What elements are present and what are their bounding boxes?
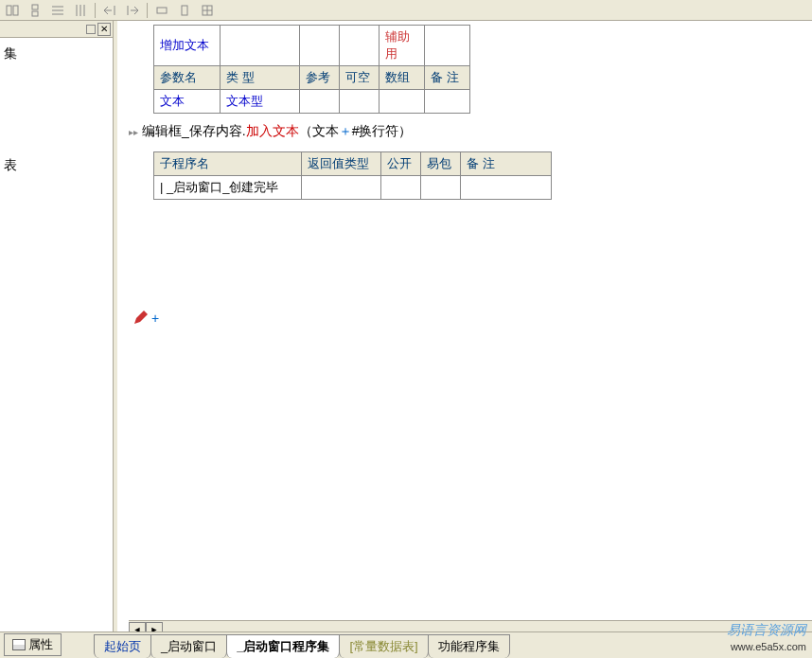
table-header: 类 型 <box>221 66 300 90</box>
code-text: #换行符） <box>352 123 413 140</box>
left-panel-text-2: 表 <box>4 157 109 174</box>
toolbar <box>0 0 812 21</box>
table-cell[interactable]: 辅助用 <box>380 26 425 66</box>
toolbar-btn-7[interactable] <box>151 2 172 19</box>
table-cell[interactable] <box>425 26 470 66</box>
left-panel-text-1: 集 <box>4 45 109 62</box>
svg-rect-2 <box>32 5 38 9</box>
code-text: （文本 <box>299 123 339 140</box>
watermark: 易语言资源网 www.e5a5x.com <box>727 621 806 654</box>
toolbar-btn-9[interactable] <box>197 2 218 19</box>
table-cell[interactable] <box>380 90 425 114</box>
table-header: 备 注 <box>461 152 552 176</box>
table-cell[interactable] <box>300 26 340 66</box>
toolbar-btn-3[interactable] <box>47 2 68 19</box>
toolbar-btn-5[interactable] <box>99 2 120 19</box>
table-header: 可空 <box>340 66 380 90</box>
toolbar-btn-2[interactable] <box>25 2 45 19</box>
panel-close-icon[interactable]: ✕ <box>97 23 111 36</box>
svg-rect-0 <box>7 6 11 15</box>
table-header: 子程序名 <box>154 152 302 176</box>
tab-start-window[interactable]: _启动窗口 <box>150 634 227 658</box>
table-cell[interactable] <box>221 26 300 66</box>
table-header: 参考 <box>300 66 340 90</box>
code-line[interactable]: ▸▸ 编辑框_保存内容.加入文本（文本 ＋ #换行符） <box>127 119 803 144</box>
toolbar-btn-1[interactable] <box>2 2 23 19</box>
table-cell[interactable] <box>302 176 381 200</box>
table-cell[interactable] <box>461 176 552 200</box>
toolbar-separator <box>95 3 96 18</box>
tab-strip: 起始页 _启动窗口 _启动窗口程序集 [常量数据表] 功能程序集 <box>94 635 509 658</box>
tab-start-page[interactable]: 起始页 <box>94 634 151 658</box>
left-panel: ✕ 集 表 <box>0 21 114 631</box>
code-editor-panel: 增加文本 辅助用 参数名 类 型 参考 可空 数组 备 注 文本 文本型 <box>117 21 812 631</box>
bottom-bar: 属性 起始页 _启动窗口 _启动窗口程序集 [常量数据表] 功能程序集 易语言资… <box>0 631 812 658</box>
table-header: 备 注 <box>425 66 470 90</box>
table-header: 易包 <box>421 152 461 176</box>
pencil-icon <box>132 311 148 326</box>
table-cell[interactable] <box>300 90 340 114</box>
table-cell[interactable] <box>340 26 380 66</box>
subroutine-table: 子程序名 返回值类型 公开 易包 备 注 | _启动窗口_创建完毕 <box>153 151 552 200</box>
properties-label: 属性 <box>28 636 53 653</box>
table-cell[interactable] <box>421 176 461 200</box>
toolbar-btn-6[interactable] <box>122 2 143 19</box>
table-cell[interactable]: 文本 <box>154 90 221 114</box>
table-header: 参数名 <box>154 66 221 90</box>
table-cell[interactable] <box>381 176 421 200</box>
table-cell[interactable] <box>340 90 380 114</box>
table-header: 返回值类型 <box>302 152 381 176</box>
svg-rect-13 <box>182 6 187 15</box>
left-panel-header: ✕ <box>0 21 113 38</box>
table-cell[interactable]: | _启动窗口_创建完毕 <box>154 176 302 200</box>
svg-rect-3 <box>32 11 38 16</box>
table-cell[interactable] <box>425 90 470 114</box>
watermark-url: www.e5a5x.com <box>727 640 806 654</box>
toolbar-btn-8[interactable] <box>174 2 195 19</box>
toolbar-separator-2 <box>147 3 148 18</box>
code-operator: ＋ <box>339 123 352 140</box>
table-header: 数组 <box>380 66 425 90</box>
panel-minimize-icon[interactable] <box>86 25 96 34</box>
toolbar-btn-4[interactable] <box>70 2 91 19</box>
properties-button[interactable]: 属性 <box>4 633 62 656</box>
code-text: 编辑框_保存内容. <box>142 123 246 140</box>
tab-start-window-procset[interactable]: _启动窗口程序集 <box>226 634 340 658</box>
table-cell[interactable]: 文本型 <box>221 90 300 114</box>
table-cell[interactable]: 增加文本 <box>154 26 221 66</box>
watermark-text: 易语言资源网 <box>727 621 806 640</box>
tab-const-data[interactable]: [常量数据表] <box>339 634 428 658</box>
svg-rect-12 <box>157 8 167 13</box>
code-method: 加入文本 <box>246 123 299 140</box>
table-header: 公开 <box>381 152 421 176</box>
params-table: 增加文本 辅助用 参数名 类 型 参考 可空 数组 备 注 文本 文本型 <box>153 25 470 114</box>
properties-icon <box>12 639 26 650</box>
expand-icon[interactable]: + <box>151 311 159 326</box>
tab-func-procset[interactable]: 功能程序集 <box>428 634 510 658</box>
code-marker-icon: ▸▸ <box>129 127 138 137</box>
svg-rect-1 <box>13 6 18 15</box>
